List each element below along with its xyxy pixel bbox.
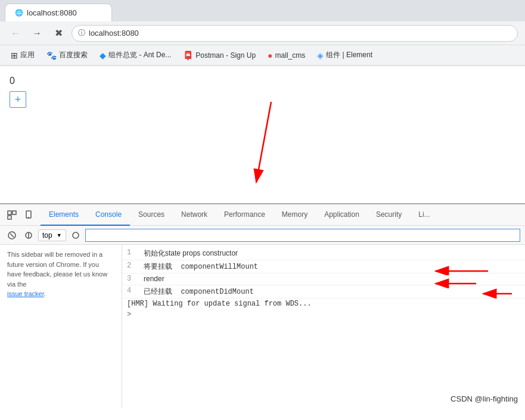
context-filter[interactable]: top ▼ <box>38 229 66 241</box>
watermark: CSDN @lin-fighting <box>451 394 518 403</box>
console-line-1: 1 初始化state props constructor <box>122 247 525 260</box>
forward-button[interactable]: → <box>29 25 45 42</box>
bookmarks-bar: ⊞ 应用 🐾 百度搜索 ◆ 组件总览 - Ant De... 📮 Postman… <box>0 45 525 66</box>
prompt-icon: > <box>127 310 131 319</box>
apps-icon: ⊞ <box>11 51 18 60</box>
clear-console-button[interactable] <box>5 228 19 242</box>
back-button[interactable]: ← <box>7 25 24 42</box>
bookmark-antd[interactable]: ◆ 组件总览 - Ant De... <box>95 48 176 63</box>
tab-favicon: 🌐 <box>15 9 23 17</box>
svg-line-1 <box>256 102 271 182</box>
browser-tab[interactable]: 🌐 localhost:8080 <box>5 4 112 21</box>
console-prompt[interactable]: > <box>122 309 525 320</box>
svg-rect-3 <box>13 211 16 214</box>
address-bar[interactable]: ⓘ localhost:8080 <box>72 25 518 42</box>
annotation-arrows <box>0 66 525 203</box>
counter-display: 0 <box>10 76 515 86</box>
line-content: 已经挂载 componentDidMount <box>144 287 254 297</box>
bookmark-label: 应用 <box>20 50 35 60</box>
console-line-2: 2 将要挂载 componentWillMount <box>122 260 525 273</box>
show-messages-button[interactable] <box>69 228 83 242</box>
refresh-button[interactable]: ✖ <box>50 25 67 42</box>
line-number: 1 <box>127 248 139 257</box>
filter-label: top <box>42 231 52 239</box>
postman-icon: 📮 <box>183 51 193 60</box>
devtools-panel: Elements Console Sources Network Perform… <box>0 203 525 408</box>
tab-console[interactable]: Console <box>87 204 130 226</box>
line-number: 3 <box>127 275 139 283</box>
tab-performance[interactable]: Performance <box>216 204 274 226</box>
line-number: 4 <box>127 287 139 295</box>
bookmark-label: 组件总览 - Ant De... <box>108 50 171 60</box>
tab-sources[interactable]: Sources <box>130 204 173 226</box>
bookmark-apps[interactable]: ⊞ 应用 <box>6 48 39 63</box>
line-number: 2 <box>127 262 139 270</box>
device-toolbar-button[interactable] <box>21 208 36 222</box>
tab-memory[interactable]: Memory <box>274 204 316 226</box>
console-output: 1 初始化state props constructor 2 将要挂载 comp… <box>122 245 525 322</box>
svg-rect-2 <box>8 211 11 214</box>
browser-chrome: 🌐 localhost:8080 ← → ✖ ⓘ localhost:8080 … <box>0 0 525 66</box>
console-line-3: 3 render <box>122 273 525 285</box>
bookmark-baidu[interactable]: 🐾 百度搜索 <box>42 48 92 63</box>
info-icon: ⓘ <box>78 28 85 38</box>
dropdown-arrow: ▼ <box>57 232 62 238</box>
svg-rect-5 <box>26 211 31 218</box>
console-line-hmr: [HMR] Waiting for update signal from WDS… <box>122 298 525 309</box>
nav-bar: ← → ✖ ⓘ localhost:8080 <box>0 21 525 45</box>
increment-label: + <box>15 94 21 106</box>
console-line-4: 4 已经挂载 componentDidMount <box>122 285 525 298</box>
devtools-icons <box>5 208 36 222</box>
tab-security[interactable]: Security <box>368 204 410 226</box>
inspect-element-button[interactable] <box>5 208 19 222</box>
tab-application[interactable]: Application <box>316 204 368 226</box>
page-content: 0 + <box>0 66 525 203</box>
bookmark-label: 组件 | Element <box>326 50 372 60</box>
svg-rect-4 <box>8 216 11 219</box>
console-filter-input[interactable] <box>85 229 520 242</box>
bookmark-label: mall_cms <box>275 51 306 60</box>
address-text: localhost:8080 <box>89 29 139 38</box>
devtools-tab-bar: Elements Console Sources Network Perform… <box>0 204 525 226</box>
baidu-icon: 🐾 <box>46 51 57 60</box>
svg-point-11 <box>73 232 79 238</box>
bookmark-label: Postman - Sign Up <box>195 51 256 60</box>
bookmark-element[interactable]: ◈ 组件 | Element <box>312 48 377 63</box>
element-icon: ◈ <box>317 51 324 60</box>
filter-button[interactable] <box>21 228 36 242</box>
line-content: 初始化state props constructor <box>144 248 238 259</box>
bookmark-label: 百度搜索 <box>59 50 88 60</box>
bookmark-mallcms[interactable]: ● mall_cms <box>263 48 310 63</box>
tab-elements[interactable]: Elements <box>41 204 87 226</box>
line-content: 将要挂载 componentWillMount <box>144 262 258 272</box>
line-content: render <box>144 275 164 284</box>
issue-tracker-link[interactable]: issue tracker <box>7 290 44 297</box>
console-output-container: 1 初始化state props constructor 2 将要挂载 comp… <box>122 245 525 408</box>
tab-bar: 🌐 localhost:8080 <box>0 0 525 21</box>
antd-icon: ◆ <box>100 51 106 60</box>
console-sidebar: This sidebar will be removed in a future… <box>0 245 122 408</box>
console-toolbar: top ▼ <box>0 226 525 245</box>
bookmark-postman[interactable]: 📮 Postman - Sign Up <box>178 48 260 63</box>
sidebar-text: This sidebar will be removed in a future… <box>7 250 114 299</box>
increment-button[interactable]: + <box>10 91 26 108</box>
devtools-body: This sidebar will be removed in a future… <box>0 245 525 408</box>
tab-network[interactable]: Network <box>173 204 216 226</box>
mall-icon: ● <box>268 51 272 60</box>
tab-title: localhost:8080 <box>27 8 77 17</box>
svg-line-8 <box>10 234 14 237</box>
tab-more[interactable]: Li... <box>410 204 438 226</box>
